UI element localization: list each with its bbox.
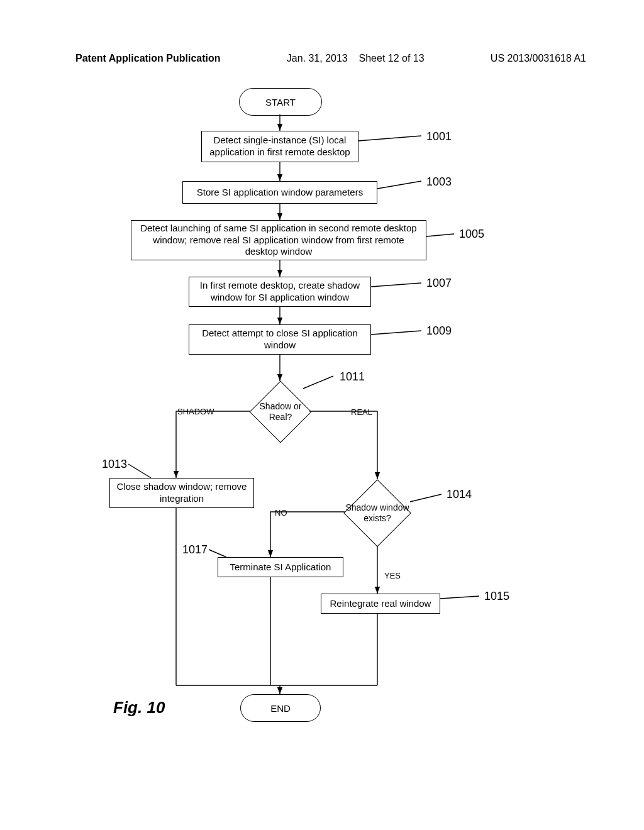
process-1001: Detect single-instance (SI) local applic… <box>201 131 358 162</box>
header-publication: Patent Application Publication <box>75 53 221 64</box>
decision-1011-label: Shadow or Real? <box>250 401 310 423</box>
edge-shadow: SHADOW <box>177 407 214 416</box>
svg-line-19 <box>410 494 441 502</box>
ref-1013: 1013 <box>102 458 127 471</box>
edge-yes: YES <box>384 571 401 580</box>
flowchart-connectors <box>0 0 644 830</box>
figure-caption: Fig. 10 <box>113 698 165 717</box>
terminator-start: START <box>239 88 322 116</box>
svg-line-18 <box>128 464 151 478</box>
process-1017: Terminate SI Application <box>218 557 343 577</box>
ref-1011: 1011 <box>340 370 365 384</box>
page-header: Patent Application Publication Jan. 31, … <box>0 53 644 64</box>
svg-line-15 <box>426 234 454 236</box>
decision-1011: Shadow or Real? <box>250 381 312 443</box>
ref-1014: 1014 <box>447 488 472 501</box>
ref-1017: 1017 <box>182 543 208 556</box>
process-1009: Detect attempt to close SI application w… <box>189 324 371 355</box>
header-date: Jan. 31, 2013 Sheet 12 of 13 <box>287 53 425 64</box>
ref-1009: 1009 <box>426 324 452 338</box>
process-1005: Detect launching of same SI application … <box>131 220 426 260</box>
ref-1015: 1015 <box>484 590 509 603</box>
svg-line-16 <box>371 283 421 287</box>
svg-line-13 <box>358 136 421 141</box>
process-1007: In first remote desktop, create shadow w… <box>189 277 371 307</box>
process-1015: Reintegrate real window <box>321 594 440 614</box>
ref-1001: 1001 <box>426 130 452 143</box>
header-sheet: Sheet 12 of 13 <box>359 53 425 64</box>
svg-line-21 <box>440 596 479 599</box>
process-1013: Close shadow window; remove integration <box>109 478 254 508</box>
ref-1007: 1007 <box>426 277 452 290</box>
svg-line-14 <box>377 181 421 189</box>
ref-1003: 1003 <box>426 175 452 189</box>
svg-line-6 <box>303 376 333 389</box>
process-1003: Store SI application window parameters <box>182 181 377 204</box>
decision-1014: Shadow window exists? <box>343 479 411 546</box>
ref-1005: 1005 <box>459 228 484 241</box>
edge-real: REAL <box>351 407 372 417</box>
header-date-text: Jan. 31, 2013 <box>287 53 348 64</box>
svg-line-20 <box>209 550 226 557</box>
svg-line-17 <box>371 331 421 335</box>
edge-no: NO <box>275 508 287 517</box>
decision-1014-label: Shadow window exists? <box>345 502 410 524</box>
header-code: US 2013/0031618 A1 <box>491 53 586 64</box>
terminator-end: END <box>240 694 321 722</box>
